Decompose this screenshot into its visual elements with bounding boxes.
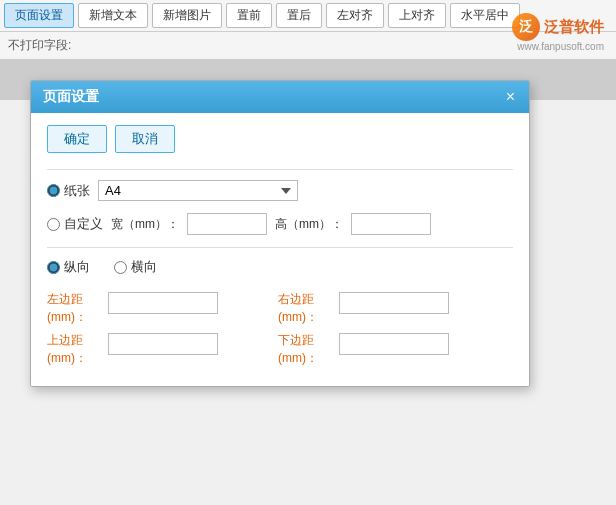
right-margin-row: 右边距 (mm)： [278,292,449,325]
left-margin-unit: (mm)： [47,310,102,326]
brand-watermark: 泛 泛普软件 www.fanpusoft.com [512,13,604,52]
orientation-row: 纵向 横向 [47,258,513,276]
right-margin-unit: (mm)： [278,310,333,326]
landscape-radio[interactable] [114,261,127,274]
paper-label: 纸张 [64,182,90,200]
toolbar-btn-3[interactable]: 置前 [226,3,272,28]
brand-logo-row: 泛 泛普软件 [512,13,604,41]
bottom-margin-label: 下边距 [278,333,333,349]
toolbar-btn-1[interactable]: 新增文本 [78,3,148,28]
modal-actions: 确定 取消 [47,125,513,153]
right-margin-label: 右边距 [278,292,333,308]
paper-radio[interactable] [47,184,60,197]
toolbar-btn-5[interactable]: 左对齐 [326,3,384,28]
custom-size-row: 自定义 宽（mm）： 高（mm）： [47,213,513,235]
portrait-group: 纵向 [47,258,90,276]
margins-section: 左边距 (mm)： 上边距 (mm)： [47,292,513,366]
height-label: 高（mm）： [275,216,343,233]
modal-header: 页面设置 × [31,81,529,113]
modal-body: 确定 取消 纸张 A4 A3 B5 Letter [31,113,529,386]
left-margins-col: 左边距 (mm)： 上边距 (mm)： [47,292,218,366]
paper-size-select[interactable]: A4 A3 B5 Letter [98,180,298,201]
toolbar-btn-7[interactable]: 水平居中 [450,3,520,28]
left-margin-input[interactable] [108,292,218,314]
separator-2 [47,247,513,248]
landscape-group: 横向 [114,258,157,276]
top-margin-label: 上边距 [47,333,102,349]
portrait-label: 纵向 [64,258,90,276]
left-margin-label: 左边距 [47,292,102,308]
confirm-button[interactable]: 确定 [47,125,107,153]
width-label: 宽（mm）： [111,216,179,233]
modal-close-button[interactable]: × [504,89,517,105]
paper-radio-group: 纸张 [47,182,90,200]
left-margin-row: 左边距 (mm)： [47,292,218,325]
toolbar-btn-0[interactable]: 页面设置 [4,3,74,28]
custom-radio[interactable] [47,218,60,231]
right-margins-col: 右边距 (mm)： 下边距 (mm)： [278,292,449,366]
modal-overlay: 页面设置 × 确定 取消 纸张 A4 [0,60,616,100]
second-bar-label: 不打印字段: [8,37,71,54]
paper-row: 纸张 A4 A3 B5 Letter [47,180,513,201]
toolbar-btn-6[interactable]: 上对齐 [388,3,446,28]
toolbar-btn-4[interactable]: 置后 [276,3,322,28]
custom-label: 自定义 [64,215,103,233]
bottom-margin-row: 下边距 (mm)： [278,333,449,366]
brand-name: 泛普软件 [544,18,604,37]
brand-url: www.fanpusoft.com [517,41,604,52]
width-input[interactable] [187,213,267,235]
height-input[interactable] [351,213,431,235]
brand-icon: 泛 [512,13,540,41]
page-settings-modal: 页面设置 × 确定 取消 纸张 A4 [30,80,530,387]
portrait-radio[interactable] [47,261,60,274]
modal-title: 页面设置 [43,88,99,106]
top-margin-unit: (mm)： [47,351,102,367]
cancel-button[interactable]: 取消 [115,125,175,153]
landscape-label: 横向 [131,258,157,276]
top-margin-row: 上边距 (mm)： [47,333,218,366]
top-margin-input[interactable] [108,333,218,355]
right-margin-input[interactable] [339,292,449,314]
separator-1 [47,169,513,170]
custom-radio-group: 自定义 [47,215,103,233]
toolbar-btn-2[interactable]: 新增图片 [152,3,222,28]
bottom-margin-input[interactable] [339,333,449,355]
bottom-margin-unit: (mm)： [278,351,333,367]
